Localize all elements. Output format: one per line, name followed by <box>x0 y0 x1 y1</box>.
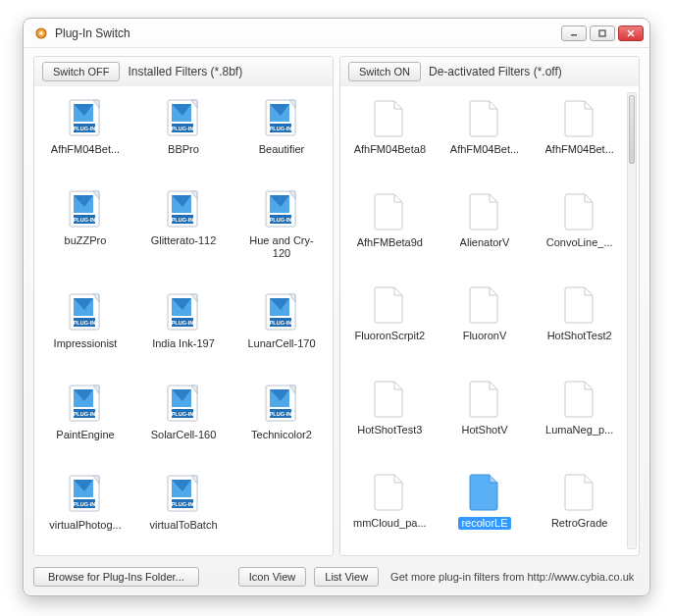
list-view-button[interactable]: List View <box>314 567 379 587</box>
svg-text:PLUG-IN: PLUG-IN <box>172 501 194 507</box>
list-item[interactable]: PLUG-INBeautifier <box>234 96 329 170</box>
plugin-file-icon: PLUG-IN <box>262 290 301 334</box>
svg-point-1 <box>39 31 43 35</box>
list-item[interactable]: LumaNeg_p... <box>534 377 625 452</box>
file-icon <box>560 189 599 232</box>
file-icon <box>465 377 504 420</box>
list-item[interactable]: AfhFM04Bet... <box>440 96 531 172</box>
switch-on-button[interactable]: Switch ON <box>348 62 421 81</box>
list-item[interactable]: PLUG-INHue and Cry-120 <box>234 187 329 274</box>
list-item[interactable]: recolorLE <box>440 470 531 545</box>
list-item[interactable]: PLUG-INPaintEngine <box>38 382 132 455</box>
item-label: Beautifier <box>259 143 304 156</box>
list-item[interactable]: HotShotV <box>440 377 531 452</box>
installed-grid: PLUG-INAfhFM04Bet...PLUG-INBBProPLUG-INB… <box>34 86 333 555</box>
svg-text:PLUG-IN: PLUG-IN <box>74 411 96 417</box>
item-label: HotShotTest3 <box>357 424 422 436</box>
deactivated-panel-head: Switch ON De-activated Filters (*.off) <box>340 57 639 86</box>
footer-link[interactable]: Get more plug-in filters from http://www… <box>390 571 634 583</box>
list-item[interactable]: PLUG-INBBPro <box>136 96 231 170</box>
file-icon <box>370 377 409 420</box>
deactivated-panel: Switch ON De-activated Filters (*.off) A… <box>339 56 640 556</box>
list-item[interactable]: PLUG-INImpressionist <box>38 290 132 364</box>
list-item[interactable]: PLUG-INSolarCell-160 <box>136 382 231 455</box>
item-label: mmCloud_pa... <box>353 517 427 530</box>
svg-text:PLUG-IN: PLUG-IN <box>172 217 194 223</box>
svg-text:PLUG-IN: PLUG-IN <box>172 411 194 417</box>
maximize-button[interactable] <box>590 26 615 41</box>
list-item[interactable]: PLUG-INTechnicolor2 <box>234 382 329 455</box>
scrollbar-thumb[interactable] <box>629 95 635 164</box>
item-label: PaintEngine <box>56 429 114 441</box>
minimize-button[interactable] <box>561 26 587 41</box>
item-label: BBPro <box>168 143 199 156</box>
list-item[interactable]: FluoronScrpit2 <box>344 282 436 358</box>
list-item[interactable]: PLUG-INIndia Ink-197 <box>136 290 231 364</box>
item-label: FluoronV <box>463 330 507 342</box>
list-item[interactable]: FluoronV <box>440 282 531 358</box>
item-label: ConvoLine_... <box>546 236 613 249</box>
list-item[interactable]: PLUG-INbuZZPro <box>38 187 132 274</box>
item-label: Glitterato-112 <box>151 234 217 247</box>
deactivated-grid-wrap: AfhFM04Beta8AfhFM04Bet...AfhFM04Bet...Af… <box>340 86 639 555</box>
list-item[interactable]: PLUG-INvirtualPhotog... <box>38 472 132 545</box>
list-item[interactable]: AfhFMBeta9d <box>344 189 436 265</box>
deactivated-grid: AfhFM04Beta8AfhFM04Bet...AfhFM04Bet...Af… <box>340 86 639 555</box>
svg-text:PLUG-IN: PLUG-IN <box>270 320 292 326</box>
item-label: RetroGrade <box>551 517 607 530</box>
file-icon <box>370 96 409 139</box>
file-icon <box>560 470 599 513</box>
list-item[interactable]: AfhFM04Beta8 <box>344 96 436 172</box>
list-item[interactable]: PLUG-INvirtualToBatch <box>136 472 231 545</box>
file-icon-selected <box>465 470 504 513</box>
plugin-file-icon: PLUG-IN <box>66 472 105 515</box>
item-label: AfhFM04Bet... <box>450 143 519 156</box>
file-icon <box>370 282 409 326</box>
list-item[interactable]: PLUG-INLunarCell-170 <box>234 290 329 364</box>
list-item[interactable]: PLUG-INAfhFM04Bet... <box>38 96 132 170</box>
plugin-file-icon: PLUG-IN <box>164 290 203 334</box>
svg-text:PLUG-IN: PLUG-IN <box>74 320 96 326</box>
plugin-file-icon: PLUG-IN <box>66 187 105 231</box>
file-icon <box>560 282 599 326</box>
window-title: Plug-In Switch <box>55 26 561 40</box>
list-item[interactable]: HotShotTest3 <box>344 377 436 452</box>
item-label: SolarCell-160 <box>151 429 217 441</box>
installed-grid-wrap: PLUG-INAfhFM04Bet...PLUG-INBBProPLUG-INB… <box>34 86 333 555</box>
plugin-file-icon: PLUG-IN <box>164 382 203 425</box>
item-label: virtualToBatch <box>149 519 217 532</box>
list-item[interactable]: HotShotTest2 <box>534 282 625 358</box>
plugin-file-icon: PLUG-IN <box>164 472 203 515</box>
app-window: Plug-In Switch Switch OFF Installed Filt… <box>23 18 650 596</box>
svg-text:PLUG-IN: PLUG-IN <box>270 126 292 131</box>
list-item[interactable]: PLUG-INGlitterato-112 <box>136 187 231 274</box>
svg-text:PLUG-IN: PLUG-IN <box>270 411 292 417</box>
icon-view-button[interactable]: Icon View <box>238 567 307 587</box>
scrollbar[interactable] <box>627 92 637 549</box>
svg-text:PLUG-IN: PLUG-IN <box>74 217 96 223</box>
file-icon <box>465 96 504 139</box>
plugin-file-icon: PLUG-IN <box>66 382 105 425</box>
plugin-file-icon: PLUG-IN <box>66 290 105 334</box>
file-icon <box>465 189 504 232</box>
list-item[interactable]: AlienatorV <box>440 189 531 265</box>
plugin-file-icon: PLUG-IN <box>164 96 203 139</box>
content-area: Switch OFF Installed Filters (*.8bf) PLU… <box>24 48 649 562</box>
switch-off-button[interactable]: Switch OFF <box>42 62 120 81</box>
file-icon <box>560 96 599 139</box>
list-item[interactable]: AfhFM04Bet... <box>534 96 625 172</box>
list-item[interactable]: ConvoLine_... <box>534 189 625 265</box>
item-label: AlienatorV <box>460 236 510 249</box>
item-label: virtualPhotog... <box>49 519 121 532</box>
list-item[interactable]: RetroGrade <box>534 470 625 545</box>
browse-button[interactable]: Browse for Plug-Ins Folder... <box>33 567 199 587</box>
file-icon <box>370 189 409 232</box>
list-item[interactable]: mmCloud_pa... <box>344 470 436 545</box>
installed-label: Installed Filters (*.8bf) <box>128 65 242 78</box>
item-label: India Ink-197 <box>152 337 215 350</box>
item-label: LumaNeg_p... <box>545 424 613 436</box>
svg-text:PLUG-IN: PLUG-IN <box>172 320 194 326</box>
item-label: FluoronScrpit2 <box>355 330 426 342</box>
close-button[interactable] <box>618 26 644 41</box>
plugin-file-icon: PLUG-IN <box>262 187 301 231</box>
